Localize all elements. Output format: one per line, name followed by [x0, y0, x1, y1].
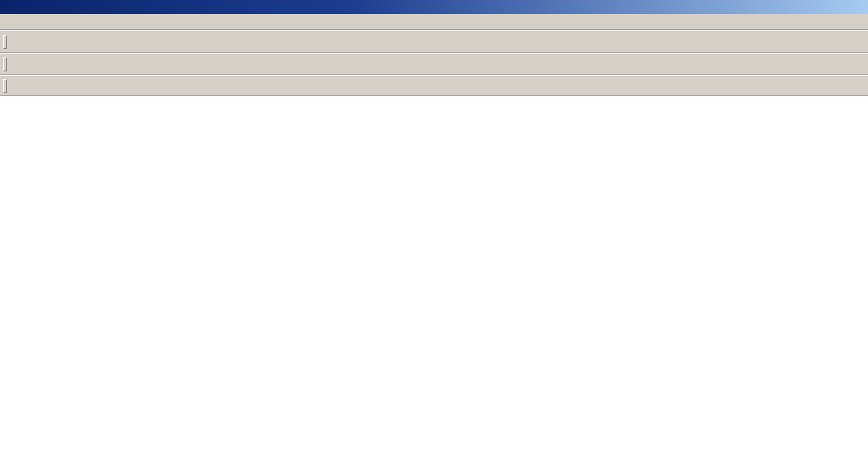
title-bar — [0, 0, 868, 14]
kline-chart[interactable] — [0, 96, 868, 463]
toolbar-grip[interactable] — [3, 35, 7, 49]
app-window — [0, 0, 868, 463]
toolbar-nav — [0, 53, 868, 75]
menu-bar — [0, 14, 868, 30]
toolbar-draw — [0, 75, 868, 96]
toolbar-main — [0, 30, 868, 53]
toolbar-grip[interactable] — [3, 79, 7, 93]
chart-area[interactable] — [0, 96, 868, 463]
toolbar-grip[interactable] — [3, 57, 7, 71]
